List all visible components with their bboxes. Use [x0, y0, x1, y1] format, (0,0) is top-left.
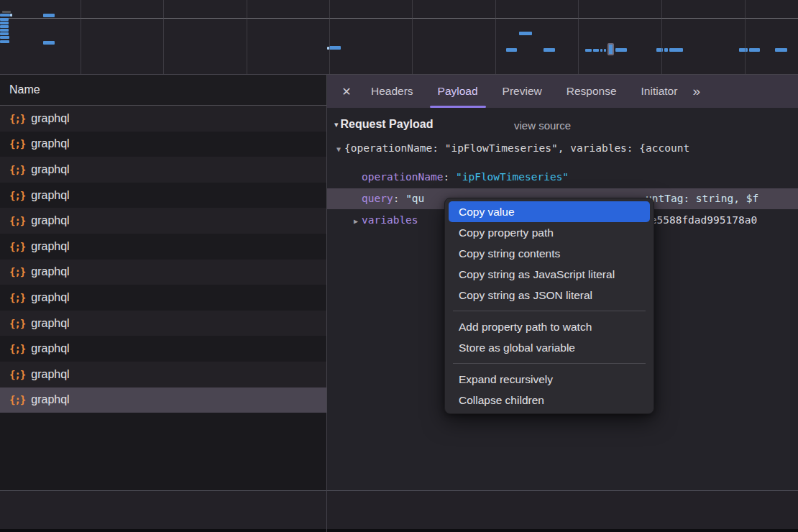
waterfall-bar[interactable] — [0, 36, 9, 39]
waterfall-selected-bar[interactable] — [607, 43, 614, 55]
waterfall-bar[interactable] — [2, 11, 11, 13]
request-name-label: graphql — [31, 342, 69, 355]
request-name-label: graphql — [31, 393, 69, 406]
waterfall-bar[interactable] — [329, 46, 341, 50]
panel-divider[interactable] — [326, 75, 327, 532]
request-row-graphql[interactable]: {;}graphql — [0, 183, 326, 208]
waterfall-bar[interactable] — [10, 14, 12, 17]
menu-item-copy-string-as-javascript-literal[interactable]: Copy string as JavaScript literal — [445, 264, 653, 285]
waterfall-bar[interactable] — [664, 48, 668, 52]
waterfall-bar[interactable] — [544, 48, 555, 52]
tab-payload[interactable]: Payload — [426, 75, 490, 108]
request-row-graphql[interactable]: {;}graphql — [0, 336, 326, 362]
details-tab-bar: ✕ HeadersPayloadPreviewResponseInitiator… — [327, 75, 798, 108]
section-title: Request Payload — [341, 118, 434, 131]
menu-item-copy-string-as-json-literal[interactable]: Copy string as JSON literal — [445, 285, 653, 306]
request-payload-section-header[interactable]: ▾ Request Payload — [334, 118, 433, 131]
menu-item-store-as-global-variable[interactable]: Store as global variable — [445, 337, 653, 358]
colon: : — [393, 193, 405, 204]
menu-item-add-property-path-to-watch[interactable]: Add property path to watch — [445, 316, 653, 337]
close-icon[interactable]: ✕ — [334, 85, 359, 98]
name-column-header[interactable]: Name — [0, 75, 326, 106]
waterfall-bar[interactable] — [739, 48, 748, 52]
request-name-label: graphql — [31, 214, 69, 227]
request-row-graphql[interactable]: {;}graphql — [0, 387, 326, 413]
waterfall-bar[interactable] — [0, 25, 9, 28]
grid-line — [247, 0, 247, 74]
json-fetch-icon: {;} — [9, 318, 25, 329]
request-row-graphql[interactable]: {;}graphql — [0, 362, 326, 387]
devtools-window: Name {;}graphql{;}graphql{;}graphql{;}gr… — [0, 0, 798, 532]
request-row-graphql[interactable]: {;}graphql — [0, 260, 326, 285]
waterfall-bar[interactable] — [519, 32, 532, 35]
waterfall-bar[interactable] — [0, 40, 9, 43]
json-fetch-icon: {;} — [9, 343, 25, 354]
tab-response[interactable]: Response — [554, 75, 629, 108]
property-key: variables — [362, 214, 418, 226]
menu-item-expand-recursively[interactable]: Expand recursively — [445, 369, 653, 390]
json-fetch-icon: {;} — [9, 215, 25, 226]
request-row-graphql[interactable]: {;}graphql — [0, 234, 326, 260]
waterfall-bar[interactable] — [615, 48, 627, 52]
request-row-graphql[interactable]: {;}graphql — [0, 208, 326, 234]
property-value-start: "qu — [405, 193, 424, 204]
waterfall-bar[interactable] — [43, 14, 55, 17]
request-name-label: graphql — [31, 265, 69, 278]
waterfall-bar[interactable] — [506, 48, 517, 52]
json-fetch-icon: {;} — [9, 241, 25, 252]
request-name-label: graphql — [31, 189, 69, 202]
menu-item-collapse-children[interactable]: Collapse children — [445, 390, 653, 411]
json-fetch-icon: {;} — [9, 266, 25, 278]
overview-divider-line — [0, 18, 798, 19]
request-row-graphql[interactable]: {;}graphql — [0, 285, 326, 311]
more-tabs-icon[interactable]: » — [692, 83, 701, 99]
waterfall-bar[interactable] — [669, 48, 683, 52]
waterfall-bar[interactable] — [0, 14, 10, 17]
waterfall-bar[interactable] — [0, 32, 9, 35]
waterfall-bar[interactable] — [0, 18, 9, 21]
waterfall-bar[interactable] — [585, 49, 592, 52]
request-name-label: graphql — [31, 291, 69, 304]
section-collapse-icon[interactable]: ▾ — [334, 120, 339, 129]
waterfall-bar[interactable] — [0, 22, 9, 24]
menu-item-copy-property-path[interactable]: Copy property path — [445, 222, 653, 243]
grid-line — [329, 0, 330, 74]
tab-preview[interactable]: Preview — [490, 75, 554, 108]
waterfall-bar[interactable] — [0, 29, 9, 32]
waterfall-bar[interactable] — [600, 49, 602, 52]
request-row-graphql[interactable]: {;}graphql — [0, 132, 326, 157]
menu-item-copy-string-contents[interactable]: Copy string contents — [445, 243, 653, 264]
request-name-label: graphql — [31, 368, 69, 381]
chevron-down-icon[interactable]: ▼ — [333, 139, 344, 159]
menu-item-copy-value[interactable]: Copy value — [449, 201, 650, 222]
request-row-graphql[interactable]: {;}graphql — [0, 106, 326, 132]
payload-row-operationName[interactable]: operationName: "ipFlowTimeseries" — [327, 167, 798, 188]
waterfall-bar[interactable] — [593, 49, 599, 52]
json-fetch-icon: {;} — [9, 292, 25, 303]
colon: : — [444, 171, 456, 183]
view-source-link[interactable]: view source — [514, 119, 571, 132]
menu-separator — [453, 363, 646, 364]
network-overview[interactable] — [0, 0, 798, 75]
window-bottom-edge — [0, 529, 798, 532]
waterfall-bar[interactable] — [749, 48, 760, 52]
json-fetch-icon: {;} — [9, 164, 25, 175]
property-key: operationName — [362, 171, 444, 183]
json-fetch-icon: {;} — [9, 369, 25, 380]
grid-line — [412, 0, 413, 74]
json-fetch-icon: {;} — [9, 113, 25, 124]
waterfall-bar[interactable] — [43, 41, 55, 45]
grid-line — [495, 0, 496, 74]
request-row-graphql[interactable]: {;}graphql — [0, 157, 326, 183]
request-name-label: graphql — [31, 317, 69, 330]
waterfall-bar[interactable] — [775, 48, 787, 52]
request-table: Name {;}graphql{;}graphql{;}graphql{;}gr… — [0, 75, 326, 490]
tab-headers[interactable]: Headers — [359, 75, 426, 108]
waterfall-bar[interactable] — [604, 49, 606, 52]
request-row-graphql[interactable]: {;}graphql — [0, 311, 326, 336]
payload-root-row[interactable]: ▼{operationName: "ipFlowTimeseries", var… — [327, 138, 798, 159]
chevron-right-icon[interactable]: ▶ — [350, 211, 362, 231]
grid-line — [661, 0, 662, 74]
grid-line — [81, 0, 81, 74]
tab-initiator[interactable]: Initiator — [629, 75, 690, 108]
